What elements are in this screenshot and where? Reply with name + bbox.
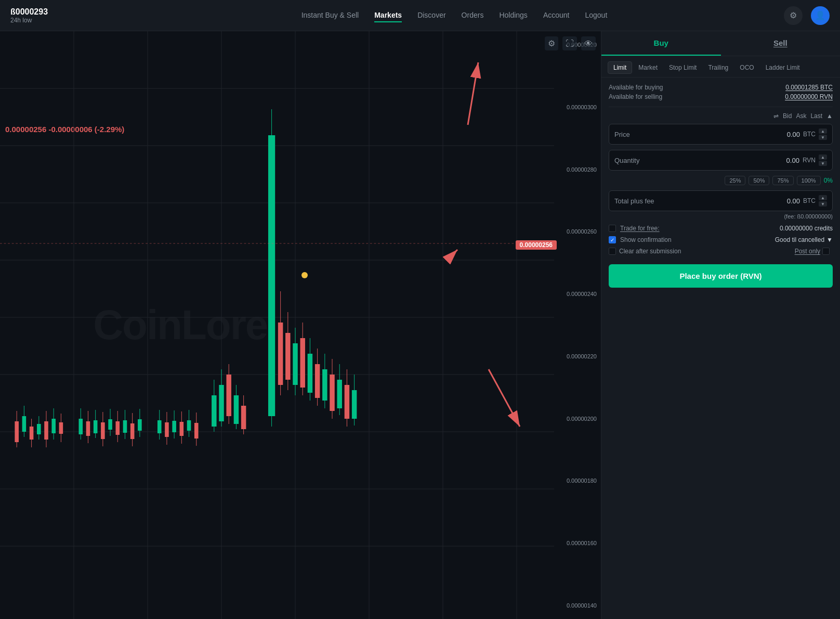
show-confirmation-row: ✓ Show confirmation Good til cancelled ▼ [609, 236, 833, 243]
pct-75-btn[interactable]: 75% [772, 176, 793, 185]
order-tab-market[interactable]: Market [633, 61, 663, 74]
available-selling-label: Available for selling [609, 93, 662, 100]
trade-for-free-label[interactable]: Trade for free: [620, 225, 780, 232]
gear-icon[interactable]: ⚙ [545, 36, 558, 50]
post-only-checkbox[interactable] [822, 248, 830, 255]
total-currency: BTC [803, 197, 816, 204]
quantity-currency: RVN [803, 157, 816, 164]
last-label[interactable]: Last [810, 112, 822, 120]
total-spinner: ▲ ▼ [819, 195, 827, 207]
order-type-tabs: Limit Market Stop Limit Trailing OCO Lad… [601, 56, 840, 78]
nav-orders[interactable]: Orders [462, 9, 484, 22]
nav-instant-buy[interactable]: Instant Buy & Sell [301, 9, 359, 22]
clear-after-submission-checkbox[interactable] [609, 248, 616, 255]
price-level-4: 0.00000260 [558, 228, 597, 235]
nav-holdings[interactable]: Holdings [499, 9, 527, 22]
buy-tab[interactable]: Buy [601, 31, 721, 56]
quantity-spinner: ▲ ▼ [819, 154, 827, 166]
chart-toolbar: ⚙ ⛶ 👁 [545, 36, 596, 50]
total-up-btn[interactable]: ▲ [819, 195, 827, 200]
total-value: 0.00 [787, 197, 800, 205]
fee-note: (fee: ß0.00000000) [609, 213, 833, 220]
available-selling-row: Available for selling 0.00000000 RVN [609, 93, 833, 100]
total-input-group[interactable]: Total plus fee 0.00 BTC ▲ ▼ [609, 190, 833, 211]
order-tab-trailing[interactable]: Trailing [703, 61, 733, 74]
candlestick-chart [0, 31, 554, 619]
ask-label[interactable]: Ask [796, 112, 806, 120]
available-buying-row: Available for buying 0.00001285 BTC [609, 84, 833, 91]
price-label: Price [614, 131, 787, 138]
total-label: Total plus fee [614, 197, 787, 205]
quantity-input-group[interactable]: Quantity 0.00 RVN ▲ ▼ [609, 150, 833, 171]
order-tab-ladder[interactable]: Ladder Limit [760, 61, 805, 74]
post-only-row: Post only [795, 248, 833, 255]
price-value: 0.00 [787, 131, 800, 138]
pct-25-btn[interactable]: 25% [725, 176, 745, 185]
place-buy-order-button[interactable]: Place buy order (RVN) [609, 264, 833, 288]
nav-markets[interactable]: Markets [374, 9, 402, 22]
main-layout: ⚙ ⛶ 👁 0.00000256 -0.00000006 (-2.29%) Co… [0, 31, 840, 619]
show-confirmation-checkbox[interactable]: ✓ [609, 236, 616, 243]
bid-label[interactable]: Bid [783, 112, 792, 120]
dropdown-arrow-icon: ▼ [826, 236, 833, 243]
order-tab-stop-limit[interactable]: Stop Limit [664, 61, 702, 74]
price-level-9: 0.00000160 [558, 540, 597, 546]
chart-canvas [0, 31, 554, 619]
nav-right-controls: ⚙ 👤 [784, 6, 830, 25]
order-tab-limit[interactable]: Limit [608, 61, 632, 74]
bid-ask-row: ⇌ Bid Ask Last ▲ [609, 112, 833, 120]
buy-sell-tabs: Buy Sell [601, 31, 840, 56]
current-price-tag: 0.00000256 [516, 240, 557, 250]
order-panel: Buy Sell Limit Market Stop Limit Trailin… [601, 31, 840, 619]
price-spinner: ▲ ▼ [819, 128, 827, 140]
price-level-8: 0.00000180 [558, 478, 597, 484]
nav-discover[interactable]: Discover [417, 9, 445, 22]
trade-for-free-row: Trade for free: 0.00000000 credits [609, 225, 833, 232]
available-buying-label: Available for buying [609, 84, 663, 91]
quantity-label: Quantity [614, 157, 786, 164]
available-section: Available for buying 0.00001285 BTC Avai… [609, 84, 833, 107]
quantity-value: 0.00 [786, 157, 799, 164]
price-level-5: 0.00000240 [558, 291, 597, 297]
available-buying-value: 0.00001285 BTC [785, 84, 833, 91]
expand-icon[interactable]: ⛶ [562, 36, 577, 50]
price-axis: 0.00000320 0.00000300 0.00000280 0.00000… [554, 31, 601, 619]
trade-for-free-value: 0.00000000 credits [780, 225, 833, 232]
show-confirmation-label: Show confirmation [620, 236, 775, 243]
nav-links: Instant Buy & Sell Markets Discover Orde… [125, 9, 784, 22]
price-level-10: 0.00000140 [558, 602, 597, 609]
quantity-down-btn[interactable]: ▼ [819, 161, 827, 166]
total-down-btn[interactable]: ▼ [819, 201, 827, 207]
eye-icon[interactable]: 👁 [581, 36, 596, 50]
settings-icon-button[interactable]: ⚙ [784, 6, 803, 25]
quantity-up-btn[interactable]: ▲ [819, 154, 827, 160]
order-tab-oco[interactable]: OCO [734, 61, 759, 74]
top-navigation: ß0000293 24h low Instant Buy & Sell Mark… [0, 0, 840, 31]
good-til-cancelled-label: Good til cancelled [775, 236, 824, 243]
price-level-6: 0.00000220 [558, 353, 597, 359]
price-up-btn[interactable]: ▲ [819, 128, 827, 134]
scroll-up-icon: ▲ [826, 112, 833, 120]
percentage-row: 25% 50% 75% 100% 0% [609, 176, 833, 185]
clear-after-submission-label: Clear after submission [619, 248, 795, 255]
ticker-section: ß0000293 24h low [10, 7, 104, 24]
filter-icon[interactable]: ⇌ [773, 112, 779, 120]
post-only-label: Post only [795, 248, 820, 255]
nav-account[interactable]: Account [543, 9, 570, 22]
price-level-3: 0.00000280 [558, 166, 597, 173]
pct-100-btn[interactable]: 100% [797, 176, 821, 185]
nav-logout[interactable]: Logout [585, 9, 607, 22]
price-input-group[interactable]: Price 0.00 BTC ▲ ▼ [609, 124, 833, 145]
available-selling-value: 0.00000000 RVN [785, 93, 833, 100]
pct-50-btn[interactable]: 50% [749, 176, 769, 185]
price-level-7: 0.00000200 [558, 416, 597, 422]
price-currency: BTC [803, 131, 816, 138]
panel-body: Available for buying 0.00001285 BTC Avai… [601, 78, 840, 619]
clear-after-submission-row: Clear after submission Post only [609, 248, 833, 255]
sell-tab[interactable]: Sell [721, 31, 841, 56]
good-til-cancelled-dropdown[interactable]: Good til cancelled ▼ [775, 236, 833, 243]
ticker-id: ß0000293 [10, 7, 104, 17]
trade-for-free-checkbox[interactable] [609, 225, 616, 232]
price-down-btn[interactable]: ▼ [819, 135, 827, 140]
user-avatar[interactable]: 👤 [811, 6, 830, 25]
